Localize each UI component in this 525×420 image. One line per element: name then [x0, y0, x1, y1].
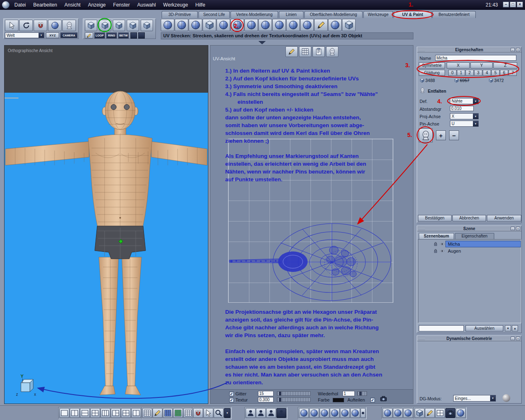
tab-oberflaechen-modellierung[interactable]: Oberflächen-Modellierung — [304, 11, 363, 18]
cube-render-icon[interactable] — [415, 408, 425, 418]
rotate-tool-icon[interactable] — [19, 20, 33, 31]
gitter-slider[interactable] — [277, 391, 310, 396]
render-camera-icon[interactable] — [445, 408, 455, 418]
shade-ghost-icon[interactable] — [340, 408, 350, 418]
person-dark-icon[interactable] — [276, 408, 286, 418]
tab-szene-eigenschaften[interactable]: Eigenschaften — [455, 233, 494, 239]
panes-render-icon[interactable] — [435, 408, 445, 418]
anwenden-button[interactable]: Anwenden — [487, 215, 521, 221]
smooth-level-0[interactable]: 0 — [448, 70, 457, 76]
textur-value-field[interactable] — [258, 397, 274, 402]
aufteilen-checkbox[interactable]: ✓ — [370, 398, 375, 402]
cube-edge-select-icon[interactable] — [99, 20, 111, 31]
glaettung-toggle[interactable]: Glättung — [419, 70, 445, 76]
scene-filter-field[interactable] — [419, 325, 464, 331]
uv-pin-tool-icon[interactable] — [258, 19, 272, 31]
unfold-head-button[interactable] — [419, 128, 433, 142]
shade-smooth-icon[interactable] — [320, 408, 329, 418]
orbit-tool-icon[interactable] — [48, 20, 62, 31]
shade-flat-icon[interactable] — [309, 408, 319, 418]
menu-fenster[interactable]: Fenster — [110, 0, 134, 10]
tab-vertex-modellierung[interactable]: Vertex-Modellierung — [231, 11, 278, 18]
uv-clipboard-icon[interactable] — [313, 46, 325, 57]
smooth-level-7[interactable]: 7 — [509, 70, 517, 76]
add-seam-button[interactable]: + — [436, 130, 446, 140]
name-field[interactable] — [435, 55, 516, 61]
menu-datei[interactable]: Datei — [11, 0, 30, 10]
eye-icon[interactable] — [440, 249, 445, 253]
uv-checker-tool-icon[interactable] — [175, 19, 188, 31]
tab-werkzeuge[interactable]: Werkzeuge — [363, 11, 393, 18]
farbe-swatch[interactable] — [333, 398, 344, 402]
lock-icon[interactable] — [433, 242, 438, 247]
nav-more-icon[interactable]: ▼ — [224, 408, 231, 418]
snap-tool-icon[interactable] — [34, 20, 47, 31]
uv-bake-tool-icon[interactable] — [342, 19, 356, 31]
cursor-icon[interactable] — [203, 408, 213, 418]
grid-display-icon[interactable] — [142, 408, 152, 418]
proj-achse-dropdown[interactable]: X ▼ — [450, 113, 479, 119]
uv-project-tool-icon[interactable] — [189, 19, 202, 31]
uv-stretch-tool-icon[interactable] — [231, 19, 244, 31]
lock-icon[interactable] — [433, 249, 438, 253]
snap-magnet-icon[interactable] — [193, 408, 203, 418]
eye-icon[interactable] — [440, 242, 445, 247]
layout-split2-icon[interactable] — [131, 408, 141, 418]
camera-mode-button[interactable]: CAMERA — [60, 32, 78, 38]
shade-wire-icon[interactable] — [299, 408, 309, 418]
between-select-button[interactable]: BETW — [118, 32, 129, 39]
view-sphere-icon[interactable] — [393, 408, 403, 418]
grow-selection-icon[interactable] — [130, 32, 137, 39]
scene-item-augen[interactable]: Augen — [418, 248, 522, 254]
scroll-down-button[interactable]: ▼ — [505, 325, 511, 331]
symmetrie-x-button[interactable]: X — [447, 62, 470, 68]
bestaetigen-button[interactable]: Bestätigen — [418, 215, 452, 221]
layout-cols-icon[interactable] — [100, 408, 110, 418]
uv-fill-tool-icon[interactable] — [328, 19, 342, 31]
uv-head-icon[interactable] — [326, 46, 338, 57]
dg-sphere-icon[interactable] — [502, 394, 510, 402]
uv-cyl-tool-icon[interactable] — [217, 19, 230, 31]
tab-szenenbaum[interactable]: Szenenbaum — [419, 233, 454, 239]
chevron-down-icon[interactable]: ▼ — [473, 114, 478, 119]
viewport-collapse-handle[interactable] — [258, 41, 266, 44]
uv-brush-icon[interactable] — [285, 46, 298, 57]
snapshot-camera-icon[interactable] — [379, 395, 388, 403]
maximize-button[interactable]: □ — [510, 2, 516, 7]
panel-close-button[interactable]: × — [516, 227, 520, 231]
cube-select-icon[interactable] — [85, 20, 97, 31]
shade-dot-icon[interactable] — [361, 408, 365, 418]
uv-cut-tool-icon[interactable] — [286, 19, 300, 31]
mark-tool-icon[interactable] — [85, 32, 93, 39]
layout-split-v-icon[interactable] — [70, 408, 80, 418]
cube-point-select-icon[interactable] — [141, 20, 153, 31]
chevron-down-icon[interactable]: ▼ — [473, 121, 478, 126]
def-dropdown[interactable]: Nähte ▼ — [450, 98, 479, 104]
symmetrie-toggle[interactable]: Symmetrie — [419, 62, 445, 68]
wiederhol-value-field[interactable] — [342, 391, 355, 396]
select-tool-icon[interactable] — [5, 20, 18, 31]
person-icon[interactable] — [256, 408, 266, 418]
scroll-up-button[interactable]: ▲ — [512, 325, 518, 331]
zoom-icon[interactable] — [214, 408, 224, 418]
shrink-selection-icon[interactable] — [138, 32, 145, 39]
chevron-down-icon[interactable]: ▼ — [490, 395, 495, 401]
scene-tree[interactable]: Micha Augen — [418, 239, 521, 323]
gitter-checkbox[interactable]: ✓ — [229, 392, 234, 396]
layout-quad-icon[interactable] — [90, 408, 100, 418]
pen-render-icon[interactable] — [425, 408, 435, 418]
scene-titlebar[interactable]: Szene – × — [417, 226, 521, 231]
shade-textured-icon[interactable] — [330, 408, 340, 418]
minimize-button[interactable]: – — [503, 2, 509, 7]
uv-box-tool-icon[interactable] — [203, 19, 216, 31]
viewport-uv[interactable]: UV-Ansicht 1.) In den Reitern auf UV & P… — [210, 45, 413, 404]
tab-linien[interactable]: Linien — [279, 11, 304, 18]
panel-rollup-button[interactable]: – — [511, 227, 515, 231]
ring-select-button[interactable]: RING — [106, 32, 117, 39]
layout-single-icon[interactable] — [59, 408, 69, 418]
viewport-orthographic[interactable]: Y z x Orthographische Ansicht — [4, 45, 208, 404]
dg-modus-dropdown[interactable]: Einges... ▼ — [453, 395, 496, 402]
menu-auswahl[interactable]: Auswahl — [133, 0, 159, 10]
tab-3d-primitive[interactable]: 3D-Primitive — [162, 11, 198, 18]
panel-rollup-button[interactable]: – — [511, 48, 515, 52]
